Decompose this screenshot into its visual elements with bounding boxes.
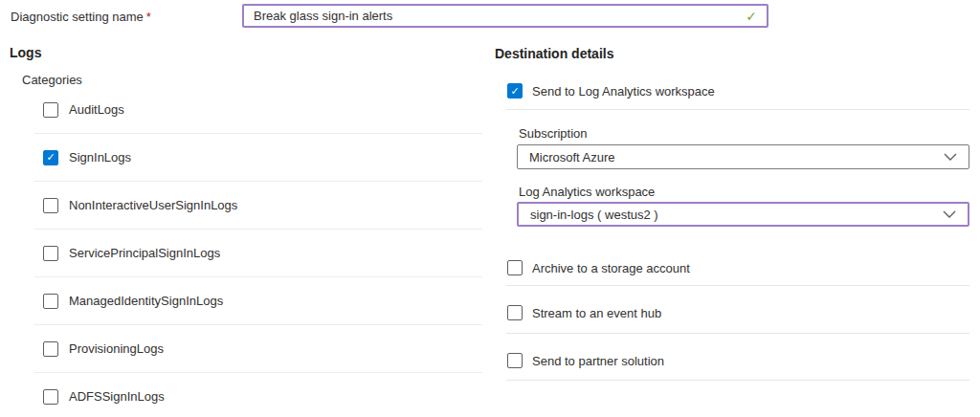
checkbox-send-to-log-analytics[interactable] <box>507 83 523 99</box>
category-row-adfssigninlogs[interactable]: ADFSSignInLogs <box>34 373 482 417</box>
diagnostic-settings-form: Diagnostic setting name* Break glass sig… <box>0 0 980 417</box>
required-asterisk: * <box>146 10 151 24</box>
category-label: ProvisioningLogs <box>69 341 164 356</box>
option-row-partner-solution[interactable]: Send to partner solution <box>507 353 664 368</box>
log-analytics-workspace-label: Log Analytics workspace <box>519 185 655 199</box>
category-row-serviceprincipalsigninlogs[interactable]: ServicePrincipalSignInLogs <box>34 230 482 277</box>
checkbox-auditlogs[interactable] <box>43 102 58 118</box>
checkbox-archive-storage[interactable] <box>507 260 523 275</box>
category-label: NonInteractiveUserSignInLogs <box>69 198 237 212</box>
diagnostic-setting-name-input[interactable]: Break glass sign-in alerts ✓ <box>242 4 768 28</box>
divider <box>506 109 969 110</box>
category-label: ManagedIdentitySignInLogs <box>69 294 223 308</box>
valid-checkmark-icon: ✓ <box>746 10 757 23</box>
divider <box>506 380 969 381</box>
category-label: AuditLogs <box>69 102 124 117</box>
checkbox-signinlogs[interactable] <box>43 150 58 165</box>
checkbox-managedidentitysigninlogs[interactable] <box>43 294 58 309</box>
category-label: SignInLogs <box>69 150 131 165</box>
checkbox-provisioninglogs[interactable] <box>43 341 58 357</box>
categories-label: Categories <box>22 73 82 87</box>
checkbox-stream-event-hub[interactable] <box>507 305 523 320</box>
log-analytics-workspace-dropdown[interactable]: sign-in-logs ( westus2 ) <box>517 202 969 227</box>
checkbox-noninteractiveusersigninlogs[interactable] <box>43 198 58 213</box>
divider <box>506 333 969 334</box>
option-row-log-analytics[interactable]: Send to Log Analytics workspace <box>507 83 715 99</box>
subscription-dropdown[interactable]: Microsoft Azure <box>517 144 969 169</box>
diagnostic-setting-name-value: Break glass sign-in alerts <box>254 9 392 23</box>
destination-details-title: Destination details <box>495 46 613 61</box>
category-row-managedidentitysigninlogs[interactable]: ManagedIdentitySignInLogs <box>34 277 482 325</box>
option-label: Send to Log Analytics workspace <box>532 84 715 99</box>
option-row-event-hub[interactable]: Stream to an event hub <box>507 305 661 320</box>
category-label: ServicePrincipalSignInLogs <box>69 246 220 260</box>
subscription-label: Subscription <box>519 126 588 141</box>
option-label: Archive to a storage account <box>532 261 690 275</box>
chevron-down-icon <box>943 210 956 218</box>
category-row-signinlogs[interactable]: SignInLogs <box>34 134 482 182</box>
checkbox-adfssigninlogs[interactable] <box>43 389 58 405</box>
divider <box>506 285 969 286</box>
option-label: Stream to an event hub <box>532 306 661 320</box>
category-row-auditlogs[interactable]: AuditLogs <box>34 86 482 134</box>
option-label: Send to partner solution <box>532 354 664 368</box>
workspace-value: sign-in-logs ( westus2 ) <box>530 208 658 222</box>
logs-section-title: Logs <box>10 45 41 60</box>
chevron-down-icon <box>944 153 957 161</box>
category-row-provisioninglogs[interactable]: ProvisioningLogs <box>34 325 482 373</box>
checkbox-send-partner-solution[interactable] <box>507 353 523 368</box>
category-row-noninteractiveusersigninlogs[interactable]: NonInteractiveUserSignInLogs <box>34 182 482 230</box>
option-row-storage-account[interactable]: Archive to a storage account <box>507 260 690 275</box>
category-label: ADFSSignInLogs <box>69 389 165 404</box>
diagnostic-setting-name-label: Diagnostic setting name* <box>11 10 151 24</box>
subscription-value: Microsoft Azure <box>529 150 615 165</box>
checkbox-serviceprincipalsigninlogs[interactable] <box>43 246 58 261</box>
